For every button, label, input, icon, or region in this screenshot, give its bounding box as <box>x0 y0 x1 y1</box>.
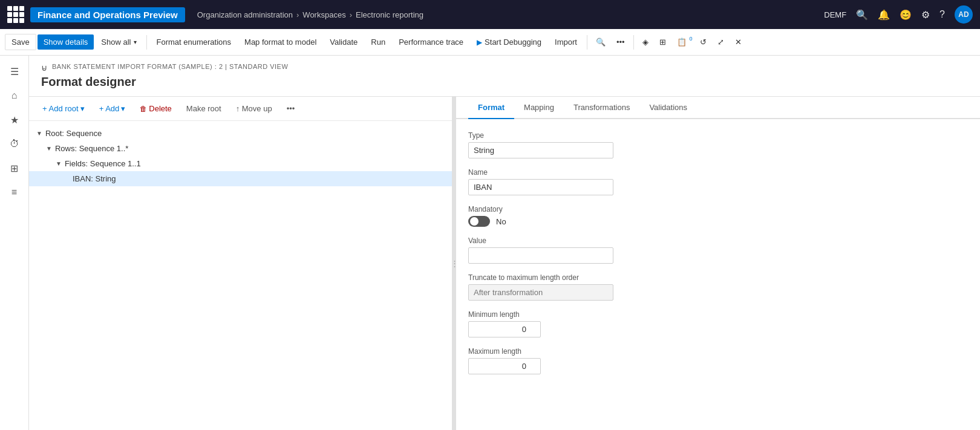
min-length-input[interactable] <box>468 321 541 337</box>
search-icon[interactable]: 🔍 <box>856 9 868 21</box>
add-chevron: ▾ <box>121 104 125 113</box>
settings-icon[interactable]: ⚙ <box>921 9 930 21</box>
delete-button[interactable]: 🗑 Delete <box>134 102 178 116</box>
nav-breadcrumb: Organization administration › Workspaces… <box>197 10 423 19</box>
toggle-row: No <box>468 216 968 227</box>
tab-validations[interactable]: Validations <box>639 97 697 119</box>
min-length-group: Minimum length <box>468 310 968 337</box>
validate-button[interactable]: Validate <box>324 34 364 50</box>
top-bar-right: DEMF 🔍 🔔 😊 ⚙ ? AD <box>824 5 973 24</box>
min-length-label: Minimum length <box>468 310 968 319</box>
help-icon[interactable]: ? <box>939 9 945 20</box>
tree-content: ▼ Root: Sequence ▼ Rows: Sequence 1..* ▼… <box>29 121 452 430</box>
run-button[interactable]: Run <box>365 34 391 50</box>
type-input[interactable] <box>468 142 613 158</box>
mandatory-toggle[interactable] <box>468 216 490 227</box>
name-group: Name <box>468 168 968 195</box>
tree-item-iban[interactable]: IBAN: String <box>29 171 452 186</box>
start-debugging-button[interactable]: ▶ Start Debugging <box>471 34 547 50</box>
page-title: Format designer <box>41 75 968 89</box>
truncate-input[interactable] <box>468 284 613 301</box>
designer-body: + Add root ▾ + Add ▾ 🗑 Delete Make root … <box>29 97 980 430</box>
arrow-icon: ▼ <box>36 130 42 137</box>
arrow-icon: ▼ <box>46 145 52 152</box>
add-button[interactable]: + Add ▾ <box>93 102 132 116</box>
move-up-button[interactable]: ↑ Move up <box>230 102 278 116</box>
sidebar-item-menu[interactable]: ☰ <box>4 60 25 82</box>
avatar[interactable]: AD <box>955 5 973 24</box>
toolbar-sep-3 <box>633 35 634 50</box>
breadcrumb-sep-1: › <box>296 10 299 19</box>
max-length-group: Maximum length <box>468 347 968 374</box>
toolbar-sep-1 <box>146 35 147 50</box>
toolbar-sep-2 <box>587 35 587 50</box>
breadcrumb-sep-2: › <box>350 10 352 19</box>
env-label: DEMF <box>824 10 846 19</box>
format-enumerations-button[interactable]: Format enumerations <box>151 34 238 50</box>
sidebar: ☰ ⌂ ★ ⏱ ⊞ ≡ <box>0 56 29 430</box>
add-root-button[interactable]: + Add root ▾ <box>36 102 91 116</box>
right-panel: Format Mapping Transformations Validatio… <box>456 97 980 430</box>
mandatory-toggle-label: No <box>496 217 506 226</box>
top-bar: Finance and Operations Preview Organizat… <box>0 0 980 29</box>
max-length-input[interactable] <box>468 358 541 374</box>
sidebar-item-modules[interactable]: ≡ <box>4 181 25 203</box>
waffle-menu[interactable] <box>7 6 24 23</box>
show-details-button[interactable]: Show details <box>38 34 94 50</box>
sidebar-item-recent[interactable]: ⏱ <box>4 133 25 155</box>
filter-icon[interactable]: ⊌ <box>41 63 47 73</box>
page-breadcrumb: BANK STATEMENT IMPORT FORMAT (SAMPLE) : … <box>52 63 288 70</box>
search-toolbar-button[interactable]: 🔍 <box>591 34 610 50</box>
type-label: Type <box>468 131 968 140</box>
sidebar-item-home[interactable]: ⌂ <box>4 85 25 106</box>
page-header: ⊌ BANK STATEMENT IMPORT FORMAT (SAMPLE) … <box>29 56 980 97</box>
bookmark-button[interactable]: ◈ <box>638 34 653 50</box>
show-all-button[interactable]: Show all ▾ <box>95 34 142 50</box>
more-options-button[interactable]: ••• <box>612 34 630 50</box>
badge-button[interactable]: 📋0 <box>672 34 694 50</box>
smiley-icon[interactable]: 😊 <box>900 9 912 21</box>
main-content: ⊌ BANK STATEMENT IMPORT FORMAT (SAMPLE) … <box>29 56 980 430</box>
name-label: Name <box>468 168 968 177</box>
breadcrumb-item-er[interactable]: Electronic reporting <box>356 10 423 19</box>
truncate-group: Truncate to maximum length order <box>468 273 968 301</box>
mandatory-label: Mandatory <box>468 205 968 213</box>
tree-item[interactable]: ▼ Fields: Sequence 1..1 <box>29 156 452 171</box>
bell-icon[interactable]: 🔔 <box>878 9 890 21</box>
close-button[interactable]: ✕ <box>730 34 746 50</box>
tab-transformations[interactable]: Transformations <box>564 97 639 119</box>
toolbar: Save Show details Show all ▾ Format enum… <box>0 29 980 56</box>
layout: ☰ ⌂ ★ ⏱ ⊞ ≡ ⊌ BANK STATEMENT IMPORT FORM… <box>0 56 980 430</box>
tabs-bar: Format Mapping Transformations Validatio… <box>456 97 980 119</box>
save-button[interactable]: Save <box>5 34 36 50</box>
tree-item[interactable]: ▼ Rows: Sequence 1..* <box>29 141 452 156</box>
name-input[interactable] <box>468 179 613 195</box>
tree-section: + Add root ▾ + Add ▾ 🗑 Delete Make root … <box>29 97 452 430</box>
value-label: Value <box>468 236 968 245</box>
map-format-button[interactable]: Map format to model <box>238 34 322 50</box>
breadcrumb-item-workspaces[interactable]: Workspaces <box>302 10 345 19</box>
tab-mapping[interactable]: Mapping <box>514 97 564 119</box>
refresh-button[interactable]: ↺ <box>695 34 711 50</box>
add-root-chevron: ▾ <box>80 104 85 113</box>
make-root-button[interactable]: Make root <box>180 102 227 116</box>
more-tree-button[interactable]: ••• <box>281 102 301 116</box>
show-all-chevron: ▾ <box>134 39 137 45</box>
truncate-label: Truncate to maximum length order <box>468 273 968 282</box>
value-input[interactable] <box>468 247 613 264</box>
type-group: Type <box>468 131 968 158</box>
tab-format[interactable]: Format <box>468 97 514 119</box>
expand-button[interactable]: ⊞ <box>655 34 671 50</box>
maximize-button[interactable]: ⤢ <box>713 34 729 50</box>
form-body: Type Name Mandatory <box>456 119 980 386</box>
mandatory-group: Mandatory No <box>468 205 968 227</box>
app-title: Finance and Operations Preview <box>30 7 185 22</box>
import-button[interactable]: Import <box>549 34 583 50</box>
tree-item[interactable]: ▼ Root: Sequence <box>29 126 452 141</box>
sidebar-item-workspaces[interactable]: ⊞ <box>4 157 25 179</box>
performance-trace-button[interactable]: Performance trace <box>393 34 469 50</box>
debug-icon: ▶ <box>477 38 482 47</box>
toggle-knob <box>470 217 479 226</box>
breadcrumb-item-org[interactable]: Organization administration <box>197 10 293 19</box>
sidebar-item-favorites[interactable]: ★ <box>4 109 25 131</box>
